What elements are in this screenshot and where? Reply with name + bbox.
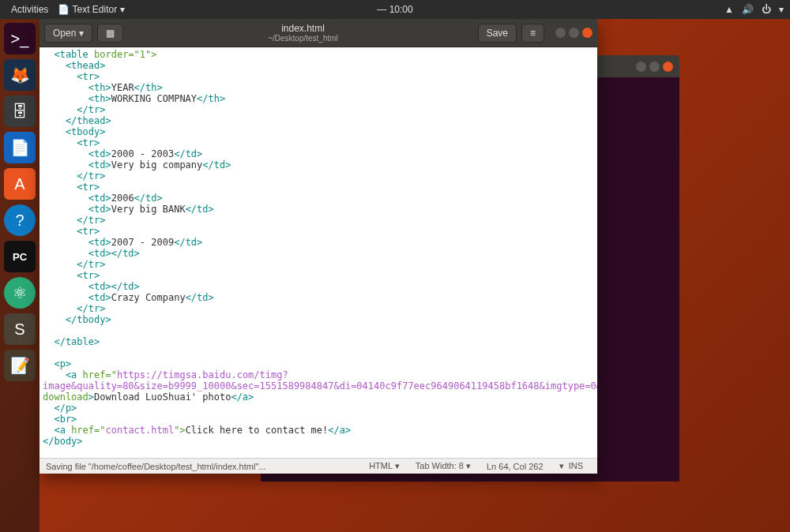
app-menu[interactable]: 📄 Text Editor ▾ <box>53 4 129 15</box>
top-panel: Activities 📄 Text Editor ▾ — 10:00 ▲ 🔊 ⏻… <box>0 0 790 19</box>
new-tab-button[interactable]: ▦ <box>97 24 123 43</box>
editor-text-area[interactable]: <table border="1"> <thead> <tr> <th>YEAR… <box>40 47 597 458</box>
clock[interactable]: — 10:00 <box>377 4 412 15</box>
cursor-position: Ln 64, Col 262 <box>479 462 551 471</box>
filename: index.html <box>128 23 477 34</box>
minimize-button[interactable] <box>636 62 646 72</box>
open-button[interactable]: Open▾ <box>44 24 92 43</box>
hamburger-menu[interactable]: ≡ <box>521 24 544 43</box>
editor-statusbar: Saving file "/home/coffee/Desktop/test_h… <box>40 458 597 474</box>
language-selector[interactable]: HTML ▾ <box>361 461 408 471</box>
editor-title: index.html ~/Desktop/test_html <box>128 23 477 43</box>
terminal-icon[interactable]: >_ <box>4 23 36 54</box>
volume-icon[interactable]: 🔊 <box>742 4 754 15</box>
app-menu-label: Text Editor <box>72 4 117 15</box>
tab-width-selector[interactable]: Tab Width: 8 ▾ <box>408 461 479 471</box>
minimize-button[interactable] <box>555 28 566 38</box>
overwrite-indicator[interactable]: ▾ INS <box>551 461 591 471</box>
atom-icon[interactable]: ⚛ <box>4 277 36 309</box>
editor-headerbar: Open▾ ▦ index.html ~/Desktop/test_html S… <box>40 19 597 47</box>
help-icon[interactable]: ? <box>4 204 36 236</box>
activities-button[interactable]: Activities <box>6 4 53 15</box>
dock: >_ 🦊 🗄 📄 A ? PC ⚛ S 📝 <box>0 19 40 532</box>
save-button[interactable]: Save <box>478 24 517 43</box>
close-button[interactable] <box>663 62 673 72</box>
chevron-down-icon[interactable]: ▾ <box>779 4 784 15</box>
status-message: Saving file "/home/coffee/Desktop/test_h… <box>46 462 265 471</box>
filepath: ~/Desktop/test_html <box>128 34 477 43</box>
chevron-down-icon: ▾ <box>79 28 84 39</box>
power-icon[interactable]: ⏻ <box>762 4 771 15</box>
libreoffice-writer-icon[interactable]: 📄 <box>4 132 36 163</box>
gedit-icon[interactable]: 📝 <box>4 350 36 381</box>
sublime-icon[interactable]: S <box>4 313 36 345</box>
close-button[interactable] <box>582 28 592 38</box>
firefox-icon[interactable]: 🦊 <box>4 59 36 91</box>
files-icon[interactable]: 🗄 <box>4 96 36 127</box>
network-icon[interactable]: ▲ <box>724 4 734 15</box>
open-label: Open <box>53 28 76 39</box>
gedit-window: Open▾ ▦ index.html ~/Desktop/test_html S… <box>40 19 597 474</box>
software-center-icon[interactable]: A <box>4 168 36 200</box>
pycharm-icon[interactable]: PC <box>4 241 36 272</box>
maximize-button[interactable] <box>569 28 579 38</box>
maximize-button[interactable] <box>649 62 660 72</box>
